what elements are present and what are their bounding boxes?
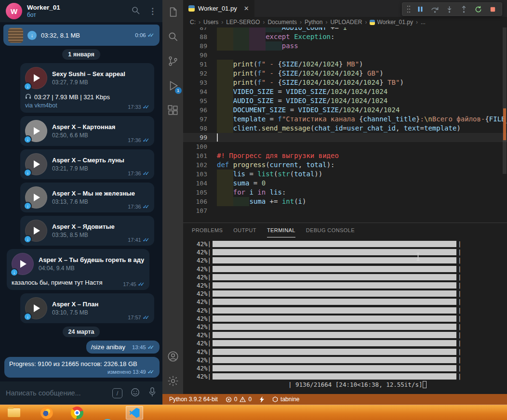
download-icon[interactable]: ↓ bbox=[24, 235, 32, 243]
code-line[interactable]: 107 bbox=[183, 206, 507, 215]
audio-message[interactable]: ↓Asper X – Ты будешь гореть в аду04:04, … bbox=[7, 249, 149, 290]
code-line[interactable]: 99 bbox=[183, 133, 507, 142]
progress-bar bbox=[213, 282, 456, 289]
breadcrumb-item[interactable]: Python bbox=[305, 19, 322, 26]
code-line[interactable]: 106 suma += int(i) bbox=[183, 197, 507, 206]
code-line[interactable]: 94 VIDEO_SIZE = VIDEO_SIZE/1024/1024/102… bbox=[183, 87, 507, 96]
time-text: 17:36 bbox=[128, 171, 141, 176]
code-line[interactable]: 97 template = f"Статистика канала {chann… bbox=[183, 115, 507, 124]
date-chip[interactable]: 24 марта bbox=[63, 327, 100, 337]
code-line[interactable]: 93 print(f" - {SIZE/1024/1024/1024/1024}… bbox=[183, 78, 507, 87]
file-explorer-icon[interactable] bbox=[8, 408, 20, 417]
message-input[interactable]: Написать сообщение... bbox=[6, 389, 104, 397]
chat-messages[interactable]: ↓ 03:32, 8.1 МВ 0:06 ✓✓ 1 января ↓Sexy S… bbox=[0, 22, 162, 381]
breadcrumb-item[interactable]: Worker_01.py bbox=[370, 19, 413, 26]
audio-message[interactable]: ↓Asper X – План03:10, 7.5 MB17:57✓✓ bbox=[20, 293, 154, 323]
panel-tab-debug-console[interactable]: DEBUG CONSOLE bbox=[306, 223, 355, 237]
search-icon[interactable] bbox=[132, 6, 140, 16]
download-icon[interactable]: ↓ bbox=[27, 31, 37, 40]
audio-message[interactable]: ↓Asper X – Мы не железные03:13, 7.6 MB17… bbox=[20, 183, 154, 212]
avatar[interactable]: W bbox=[6, 3, 22, 19]
album-art[interactable]: ↓ bbox=[25, 220, 47, 242]
code-line[interactable]: 87 AUDIO_COUNT += 1 bbox=[183, 27, 507, 32]
close-icon[interactable]: ✕ bbox=[244, 5, 249, 12]
launch-icon[interactable] bbox=[255, 394, 268, 405]
restart-button[interactable] bbox=[473, 4, 483, 14]
code-line[interactable]: 92 print(f" - {SIZE/1024/1024/1024} GB") bbox=[183, 69, 507, 78]
code-line[interactable]: 89 pass bbox=[183, 41, 507, 51]
audio-message[interactable]: ↓Sexy Sushi – Sex appeal03:27, 7.9 MB03:… bbox=[20, 63, 154, 113]
code-line[interactable]: 104 suma = 0 bbox=[183, 179, 507, 188]
download-icon[interactable]: ↓ bbox=[24, 313, 32, 321]
audio-message[interactable]: ↓Asper X – Ядовитые03:35, 8.5 MB17:41✓✓ bbox=[20, 216, 154, 246]
download-icon[interactable]: ↓ bbox=[24, 169, 32, 177]
code-line[interactable]: 98 client.send_message(chat_id=user_chat… bbox=[183, 124, 507, 133]
album-art[interactable]: ↓ bbox=[25, 120, 47, 142]
breadcrumb-item[interactable]: C: bbox=[190, 19, 196, 26]
album-art[interactable]: ↓ bbox=[25, 153, 47, 175]
download-icon[interactable]: ↓ bbox=[24, 135, 32, 144]
menu-dots-icon[interactable]: ⋮ bbox=[148, 6, 157, 16]
chrome-icon[interactable] bbox=[71, 407, 83, 419]
tabnine-indicator[interactable]: tabnine bbox=[268, 394, 303, 405]
breadcrumb-item[interactable]: Documents bbox=[267, 19, 297, 26]
message-composer[interactable]: Написать сообщение... / bbox=[0, 381, 162, 405]
settings-gear-icon[interactable] bbox=[167, 375, 179, 387]
extensions-icon[interactable] bbox=[167, 104, 179, 117]
download-icon[interactable]: ↓ bbox=[10, 268, 18, 276]
step-into-button[interactable] bbox=[444, 4, 454, 14]
panel-tab-problems[interactable]: PROBLEMS bbox=[192, 223, 223, 237]
code-line[interactable]: 96 DOCUMENT_SIZE = VIDEO_SIZE/1024/1024/… bbox=[183, 105, 507, 115]
firefox-icon[interactable] bbox=[40, 407, 53, 419]
emoji-icon[interactable] bbox=[131, 388, 140, 399]
pause-button[interactable] bbox=[415, 4, 426, 14]
date-chip[interactable]: 1 января bbox=[62, 49, 100, 60]
explorer-icon[interactable] bbox=[167, 6, 179, 18]
drag-handle-icon[interactable] bbox=[406, 4, 411, 14]
microphone-icon[interactable] bbox=[148, 387, 157, 399]
breadcrumb-item[interactable]: LEP-SERGO bbox=[226, 19, 260, 26]
step-out-button[interactable] bbox=[458, 4, 469, 14]
command-message[interactable]: /size anibay 13:45 ✓✓ bbox=[86, 341, 160, 354]
audio-message[interactable]: ↓Asper X – Картонная02:50, 6.6 MB17:36✓✓ bbox=[20, 116, 154, 146]
stop-button[interactable] bbox=[487, 4, 498, 14]
breadcrumb-item[interactable]: UPLOADER bbox=[330, 19, 362, 26]
run-debug-icon[interactable]: 1 bbox=[167, 79, 179, 92]
code-line[interactable]: 100 bbox=[183, 142, 507, 151]
album-art[interactable]: ↓ bbox=[12, 253, 34, 275]
step-over-button[interactable] bbox=[429, 4, 440, 14]
breadcrumb-item[interactable]: Users bbox=[203, 19, 218, 26]
scrollbar-thumb[interactable] bbox=[503, 27, 507, 174]
code-line[interactable]: 102def progress(current, total): bbox=[183, 160, 507, 170]
code-line[interactable]: 101#! Прогресс для выгрузки видео bbox=[183, 151, 507, 160]
album-art[interactable]: ↓ bbox=[25, 186, 47, 209]
audio-message[interactable]: ↓Asper X – Смерть луны03:21, 7.9 MB17:36… bbox=[20, 149, 154, 179]
panel-tab-terminal[interactable]: TERMINAL bbox=[267, 223, 295, 237]
problems-indicator[interactable]: 0 0 bbox=[222, 394, 255, 405]
code-line[interactable]: 105 for i in lis: bbox=[183, 188, 507, 197]
account-icon[interactable] bbox=[167, 350, 179, 363]
python-version[interactable]: Python 3.9.2 64-bit bbox=[165, 394, 222, 405]
clipped-audio-message[interactable]: ↓ 03:32, 8.1 МВ 0:06 ✓✓ bbox=[3, 25, 160, 46]
progress-message[interactable]: Progress: 9100 из 21665 постов: 2326.18 … bbox=[4, 357, 160, 378]
source-control-icon[interactable] bbox=[167, 55, 179, 67]
panel-tab-output[interactable]: OUTPUT bbox=[233, 223, 256, 237]
code-line[interactable]: 103 lis = list(str(total)) bbox=[183, 170, 507, 179]
breadcrumb-item[interactable]: ... bbox=[421, 19, 426, 26]
code-line[interactable]: 90 bbox=[183, 51, 507, 60]
album-art[interactable]: ↓ bbox=[25, 297, 47, 319]
code-line[interactable]: 88 except Exception: bbox=[183, 32, 507, 41]
code-line[interactable]: 91 print(f" - {SIZE/1024/1024} MB") bbox=[183, 60, 507, 69]
terminal-body[interactable]: 42%||42%||42%||42%||42%||42%||42%||42%||… bbox=[183, 237, 507, 394]
code-line[interactable]: 95 AUDIO_SIZE = VIDEO_SIZE/1024/1024/102… bbox=[183, 96, 507, 105]
album-art[interactable]: ↓ bbox=[25, 67, 47, 89]
tab-worker01[interactable]: Worker_01.py ✕ bbox=[183, 0, 254, 17]
vscode-taskbar-button[interactable] bbox=[126, 406, 143, 420]
bot-commands-icon[interactable]: / bbox=[112, 388, 122, 398]
download-icon[interactable]: ↓ bbox=[24, 202, 32, 210]
search-sidebar-icon[interactable] bbox=[167, 30, 179, 43]
editor-scrollbar[interactable] bbox=[502, 27, 507, 223]
telegram-chat-header[interactable]: W Worker_01 бот ⋮ bbox=[0, 0, 162, 22]
download-icon[interactable]: ↓ bbox=[24, 82, 32, 91]
code-editor[interactable]: 87 AUDIO_COUNT += 188 except Exception:8… bbox=[183, 27, 507, 223]
